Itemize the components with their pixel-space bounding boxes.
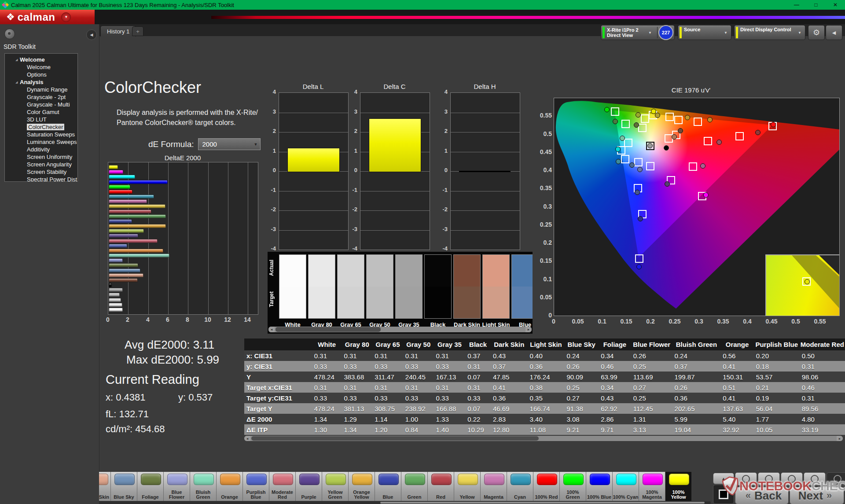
display-control-dropdown[interactable]: Direct Display Control ▼ [734,25,805,40]
sidebar-collapse-button[interactable]: ◀ [86,29,97,40]
sidebar-item-3d-lut[interactable]: 3D LUT [5,116,77,123]
patch-button-blue-sky[interactable]: Blue Sky [110,472,137,501]
sidebar-item-label: Options [27,71,47,78]
table-cell: 2.83 [491,414,528,424]
table-cell: 150.31 [720,372,754,382]
table-cell: 0.33 [342,361,372,372]
swatch-scroll-thumb[interactable] [276,327,381,332]
patch-button-100-blue[interactable]: 100% Blue [586,472,612,501]
watermark-shield-icon [721,475,741,497]
sidebar-item-screen-uniformity[interactable]: Screen Uniformity [5,153,77,161]
tab-history-1[interactable]: History 1 [100,26,136,37]
patch-button-yellow-green[interactable]: Yellow Green [322,472,348,501]
cie-x-tick: 0.4 [738,318,756,325]
table-cell: 0.07 [465,372,491,382]
cie-chart-title: CIE 1976 u'v' [537,86,845,94]
patch-button-100-red[interactable]: 100% Red [533,472,559,501]
patch-button-orange[interactable]: Orange [216,472,242,501]
patch-button-blue[interactable]: Blue [375,472,401,501]
sidebar-item-colorchecker[interactable]: ColorChecker [5,123,77,131]
brand-name: calman [18,11,55,23]
sidebar-item-spectral-power-dist[interactable]: Spectral Power Dist. [5,176,77,182]
table-cell: 89.56 [800,403,845,414]
sidebar-item-dynamic-range[interactable]: Dynamic Range [5,86,77,93]
table-scroll-track[interactable] [250,436,837,441]
sidebar-item-screen-stability[interactable]: Screen Stability [5,168,77,176]
meter-dropdown[interactable]: X-Rite i1Pro 2Direct View ▼ 227 [601,25,675,40]
patch-button-green[interactable]: Green [401,472,427,501]
table-cell: 47.85 [491,372,528,382]
sidebar-item-grayscale-2pt[interactable]: Grayscale - 2pt [5,93,77,101]
patch-label: Foliage [137,495,163,500]
table-cell: 0.84 [403,424,434,435]
table-cell: 1.00 [403,414,434,424]
swatch-scrollbar[interactable]: ◄ ► [268,327,532,332]
tree-group-welcome[interactable]: ◢Welcome [5,56,77,63]
patch-button-yellow[interactable]: Yellow [454,472,480,501]
brand-dropdown-arrow-icon[interactable]: ▼ [61,12,71,22]
gridline [279,113,348,113]
table-cell: 10.05 [754,424,800,435]
patch-button-red[interactable]: Red [427,472,454,501]
patch-button-100-cyan[interactable]: 100% Cyan [612,472,639,501]
sidebar-item-options[interactable]: Options [5,71,77,78]
table-scrollbar[interactable]: ◄ ► [244,436,843,441]
patch-button-100-yellow[interactable]: 100% Yellow [665,472,691,501]
de-formula-select[interactable]: 2000 ▼ [198,138,261,150]
settings-button[interactable]: ⚙ [808,25,825,40]
calman-menu-button[interactable]: ❖ calman ▼ [0,10,95,24]
y-tick-label: -4 [343,245,357,252]
patch-button-cyan[interactable]: Cyan [507,472,533,501]
scroll-left-icon[interactable]: ◄ [268,327,275,332]
patch-label: Blue Sky [111,495,137,500]
table-cell: 1.34 [342,424,372,435]
collapse-panel-button[interactable]: ◀ [826,25,842,40]
table-scroll-thumb[interactable] [251,436,539,441]
maximize-button[interactable]: □ [806,0,826,10]
close-button[interactable]: ✕ [826,0,845,10]
patch-scroll-thumb[interactable] [380,502,705,504]
sidebar-item-grayscale-multi[interactable]: Grayscale - Multi [5,101,77,108]
y-tick-label: 2 [434,128,448,134]
scroll-left-icon[interactable]: ◄ [244,436,250,441]
patch-scroll-track[interactable] [99,501,711,504]
patch-button-magenta[interactable]: Magenta [480,472,507,501]
y-tick-label: 4 [343,88,357,95]
patch-button-purplish-blue[interactable]: Purplish Blue [242,472,269,501]
patch-scrollbar[interactable] [99,501,711,504]
sidebar-item-screen-angularity[interactable]: Screen Angularity [5,161,77,168]
tree-group-analysis[interactable]: ◢Analysis [5,78,77,86]
scroll-right-icon[interactable]: ► [525,327,532,332]
patch-button-blue-flower[interactable]: Blue Flower [163,472,190,501]
add-tab-button[interactable]: + [132,26,143,36]
patch-button-100-magenta[interactable]: 100% Magenta [639,472,665,501]
sidebar-item-color-gamut[interactable]: Color Gamut [5,108,77,116]
table-cell: 0.25 [631,361,672,372]
scroll-right-icon[interactable]: ► [837,436,843,441]
sidebar-pin-button[interactable] [4,29,15,39]
sidebar-item-additivity[interactable]: Additivity [5,146,77,153]
y-tick-label: 2 [343,128,357,134]
table-corner [244,338,312,350]
gridline [451,113,520,113]
cie-y-tick: 0.25 [537,221,552,228]
swatch-scroll-track[interactable] [275,327,525,332]
patch-button-100-green[interactable]: 100% Green [559,472,586,501]
patch-button-bluish-green[interactable]: Bluish Green [190,472,216,501]
patch-color-chip [114,474,135,485]
sidebar-item-saturation-sweeps[interactable]: Saturation Sweeps [5,131,77,138]
sidebar-item-welcome[interactable]: Welcome [5,63,77,71]
patch-button-foliage[interactable]: Foliage [137,472,163,501]
swatch-target [309,287,335,318]
patch-color-chip [643,474,663,485]
table-cell: 0.38 [528,382,565,393]
source-dropdown[interactable]: Source ▼ [678,25,731,40]
row-label: y: CIE31 [244,361,312,372]
patch-button-purple[interactable]: Purple [295,472,322,501]
minimize-button[interactable]: — [787,0,806,10]
sidebar-item-luminance-sweeps[interactable]: Luminance Sweeps [5,138,77,146]
source-status-bar [680,27,682,38]
patch-button-light-skin[interactable]: Light Skin [99,472,110,501]
patch-button-moderate-red[interactable]: Moderate Red [269,472,295,501]
patch-button-orange-yellow[interactable]: Orange Yellow [348,472,375,501]
